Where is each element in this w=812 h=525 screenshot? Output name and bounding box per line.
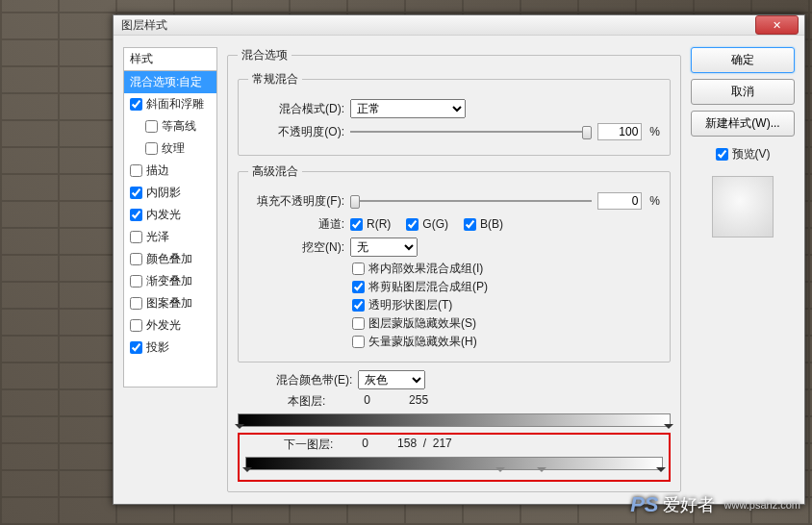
style-item-checkbox[interactable] [130, 275, 142, 288]
fill-opacity-slider[interactable] [350, 192, 592, 210]
style-blending-options[interactable]: 混合选项:自定 [124, 71, 216, 93]
cb-transparency-shapes[interactable]: 透明形状图层(T) [352, 297, 660, 313]
style-item-checkbox[interactable] [130, 231, 142, 243]
cb-interior-effects[interactable]: 将内部效果混合成组(I) [352, 261, 660, 277]
style-item-checkbox[interactable] [130, 319, 142, 332]
styles-header: 样式 [123, 47, 217, 70]
close-icon: ✕ [773, 19, 781, 32]
style-item-checkbox[interactable] [130, 98, 142, 111]
cb-layer-mask-hides[interactable]: 图层蒙版隐藏效果(S) [352, 315, 660, 332]
style-item-label: 投影 [146, 339, 169, 356]
ok-button[interactable]: 确定 [691, 47, 795, 73]
this-layer-gradient[interactable] [238, 413, 671, 427]
style-item-label: 颜色叠加 [146, 251, 192, 267]
style-item-label: 内发光 [146, 207, 181, 223]
style-item-3[interactable]: 描边 [124, 160, 216, 182]
blend-mode-label: 混合模式(D): [248, 101, 344, 117]
opacity-label: 不透明度(O): [248, 124, 344, 140]
style-item-2[interactable]: 纹理 [124, 138, 216, 160]
highlight-box: 下一图层: 0 158 / 217 [238, 433, 671, 482]
style-item-7[interactable]: 颜色叠加 [124, 248, 216, 270]
this-layer-lo: 0 [364, 393, 370, 410]
this-layer-hi: 255 [409, 393, 428, 410]
style-item-checkbox[interactable] [145, 142, 158, 155]
style-item-6[interactable]: 光泽 [124, 226, 216, 248]
style-item-label: 等高线 [162, 118, 196, 135]
style-item-5[interactable]: 内发光 [124, 204, 216, 226]
cb-vector-mask-hides[interactable]: 矢量蒙版隐藏效果(H) [352, 334, 660, 350]
opacity-slider[interactable] [350, 123, 592, 140]
style-item-checkbox[interactable] [130, 341, 142, 354]
under-layer-hi: 217 [433, 437, 452, 450]
channel-b[interactable]: B(B) [464, 217, 503, 231]
watermark: PS 爱好者 www.psahz.com [630, 492, 800, 517]
style-item-checkbox[interactable] [130, 297, 142, 310]
channel-g[interactable]: G(G) [406, 217, 448, 231]
under-layer-lo: 0 [362, 437, 368, 453]
watermark-text: 爱好者 [663, 493, 715, 516]
style-item-checkbox[interactable] [130, 253, 142, 265]
this-layer-label: 本图层: [288, 393, 325, 410]
styles-list: 混合选项:自定 斜面和浮雕等高线纹理描边内阴影内发光光泽颜色叠加渐变叠加图案叠加… [123, 70, 217, 388]
style-item-11[interactable]: 投影 [124, 337, 216, 359]
fill-opacity-label: 填充不透明度(F): [248, 193, 344, 210]
dialog-title: 图层样式 [121, 17, 755, 34]
watermark-url: www.psahz.com [724, 499, 800, 511]
opacity-input[interactable] [597, 123, 642, 140]
watermark-logo: PS [630, 492, 658, 517]
style-item-checkbox[interactable] [130, 209, 142, 221]
style-item-label: 描边 [146, 162, 169, 179]
channel-r[interactable]: R(R) [350, 217, 391, 231]
style-item-label: 纹理 [162, 140, 185, 157]
blend-mode-select[interactable]: 正常 [350, 99, 466, 118]
channels-label: 通道: [248, 216, 344, 233]
under-layer-mid: 158 [397, 437, 417, 450]
opacity-unit: % [649, 125, 660, 138]
style-item-8[interactable]: 渐变叠加 [124, 270, 216, 292]
cb-clipped-layers[interactable]: 将剪贴图层混合成组(P) [352, 279, 660, 295]
preview-thumbnail [712, 176, 774, 238]
blend-if-group: 混合颜色带(E): 灰色 本图层: 0 255 [238, 370, 671, 482]
right-panel: 确定 取消 新建样式(W)... 预览(V) [691, 47, 795, 492]
advanced-blending-group: 高级混合 填充不透明度(F): % 通道: R(R) G(G) B(B) [238, 163, 671, 362]
style-item-label: 渐变叠加 [146, 273, 192, 289]
styles-panel: 样式 混合选项:自定 斜面和浮雕等高线纹理描边内阴影内发光光泽颜色叠加渐变叠加图… [123, 47, 217, 492]
style-item-0[interactable]: 斜面和浮雕 [124, 93, 216, 115]
general-blending-group: 常规混合 混合模式(D): 正常 不透明度(O): % [238, 71, 671, 156]
style-item-label: 斜面和浮雕 [146, 96, 204, 112]
under-layer-label: 下一图层: [284, 437, 333, 453]
close-button[interactable]: ✕ [755, 15, 799, 35]
cancel-button[interactable]: 取消 [691, 79, 795, 105]
blending-options-group: 混合选项 常规混合 混合模式(D): 正常 不透明度(O): [227, 47, 681, 492]
style-item-9[interactable]: 图案叠加 [124, 292, 216, 314]
fill-opacity-input[interactable] [597, 192, 642, 210]
general-blending-legend: 常规混合 [248, 71, 302, 88]
style-item-label: 图案叠加 [146, 295, 192, 312]
knockout-select[interactable]: 无 [350, 238, 418, 257]
preview-checkbox[interactable]: 预览(V) [691, 146, 795, 162]
blend-if-select[interactable]: 灰色 [358, 370, 425, 389]
style-item-label: 内阴影 [146, 185, 181, 201]
style-item-1[interactable]: 等高线 [124, 115, 216, 138]
titlebar: 图层样式 ✕ [114, 15, 804, 36]
layer-style-dialog: 图层样式 ✕ 样式 混合选项:自定 斜面和浮雕等高线纹理描边内阴影内发光光泽颜色… [113, 14, 805, 505]
style-item-checkbox[interactable] [130, 164, 142, 177]
knockout-label: 挖空(N): [248, 239, 344, 256]
fill-opacity-unit: % [649, 194, 660, 208]
blend-if-label: 混合颜色带(E): [276, 372, 352, 388]
style-item-label: 外发光 [146, 317, 181, 334]
blending-options-legend: 混合选项 [238, 47, 292, 63]
new-style-button[interactable]: 新建样式(W)... [691, 111, 795, 137]
style-item-checkbox[interactable] [130, 187, 142, 199]
style-item-4[interactable]: 内阴影 [124, 182, 216, 204]
advanced-blending-legend: 高级混合 [248, 163, 302, 180]
under-layer-gradient[interactable] [245, 457, 663, 470]
style-item-label: 光泽 [146, 229, 169, 245]
style-item-checkbox[interactable] [145, 120, 158, 133]
style-item-10[interactable]: 外发光 [124, 314, 216, 337]
